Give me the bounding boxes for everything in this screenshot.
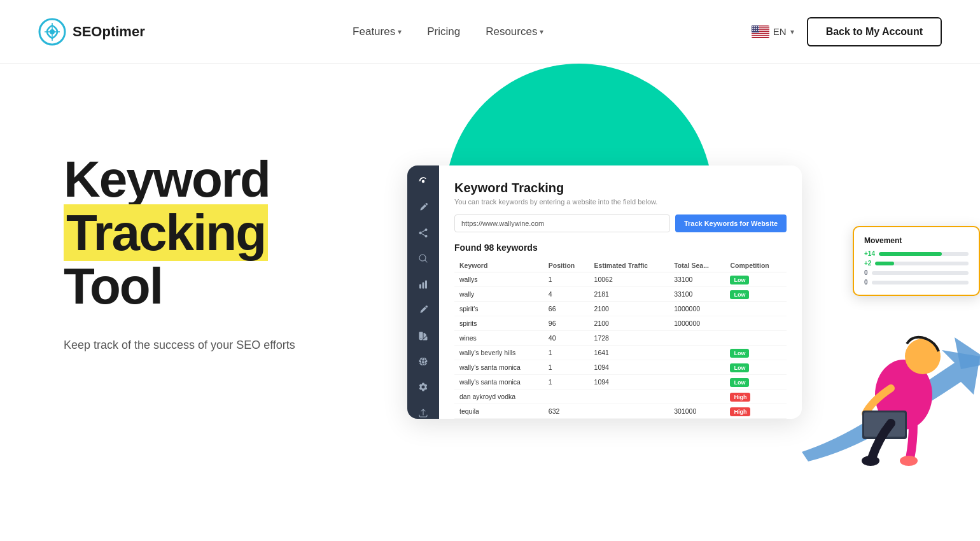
competition-badge: Low: [730, 363, 749, 372]
sidebar-chart-icon[interactable]: [417, 279, 430, 290]
svg-point-14: [752, 28, 753, 29]
back-to-account-button[interactable]: Back to My Account: [807, 17, 942, 46]
movement-value-1: +14: [864, 250, 875, 257]
sidebar-share-icon: [417, 227, 430, 239]
main-nav: Features ▾ Pricing Resources ▾: [353, 25, 543, 38]
hero-title-line2: Tracking: [64, 204, 268, 261]
movement-value-2: +2: [864, 260, 871, 267]
movement-value-4: 0: [864, 279, 868, 286]
svg-rect-8: [752, 36, 769, 37]
hero-text-block: Keyword Tracking Tool Keep track of the …: [64, 102, 395, 355]
col-position: Position: [543, 259, 589, 272]
dashboard-sidebar: [407, 165, 439, 419]
nav-pricing[interactable]: Pricing: [427, 25, 460, 38]
competition-badge: Low: [730, 378, 749, 387]
track-keywords-button[interactable]: Track Keywords for Website: [675, 214, 787, 232]
hero-subtitle: Keep track of the success of your SEO ef…: [64, 336, 395, 355]
col-traffic: Estimated Traffic: [589, 259, 669, 272]
nav-resources[interactable]: Resources ▾: [486, 25, 543, 38]
features-chevron-icon: ▾: [398, 27, 402, 36]
keywords-table: Keyword Position Estimated Traffic Total…: [454, 259, 787, 419]
sidebar-pen-icon[interactable]: [417, 304, 430, 316]
dashboard-input-row: Track Keywords for Website: [454, 214, 787, 232]
hero-title: Keyword Tracking Tool: [64, 153, 395, 313]
lang-label: EN: [773, 26, 787, 37]
table-row: spirit's 66 2100 1000000: [454, 302, 787, 316]
header-right: EN ▾ Back to My Account: [752, 17, 942, 46]
table-row: wines 40 1728: [454, 331, 787, 346]
seoptimer-logo-icon: [38, 18, 66, 46]
svg-rect-7: [752, 34, 769, 35]
svg-point-12: [756, 26, 757, 27]
character-illustration: [840, 306, 967, 484]
col-competition: Competition: [725, 259, 787, 272]
svg-point-18: [752, 30, 753, 31]
competition-badge: High: [730, 393, 750, 402]
table-row: tequila 632 301000 High: [454, 404, 787, 419]
svg-point-15: [754, 28, 755, 29]
svg-point-10: [752, 26, 753, 27]
sidebar-globe-icon[interactable]: [417, 356, 430, 367]
sidebar-text-icon[interactable]: [417, 330, 430, 341]
col-keyword: Keyword: [454, 259, 543, 272]
hero-title-line3: Tool: [64, 258, 162, 314]
col-total: Total Sea...: [669, 259, 725, 272]
svg-point-17: [758, 28, 759, 29]
competition-badge: Low: [730, 276, 749, 285]
svg-point-16: [756, 28, 757, 29]
resources-chevron-icon: ▾: [540, 27, 543, 36]
svg-point-13: [758, 26, 759, 27]
pricing-label: Pricing: [427, 25, 460, 38]
movement-value-3: 0: [864, 269, 868, 276]
sidebar-settings-icon: [417, 176, 430, 187]
resources-label: Resources: [486, 25, 537, 38]
logo-text: SEOptimer: [73, 24, 145, 40]
competition-badge: Low: [730, 349, 749, 358]
svg-point-21: [758, 30, 759, 31]
svg-point-11: [754, 26, 755, 27]
lang-chevron-icon: ▾: [790, 27, 794, 36]
features-label: Features: [353, 25, 395, 38]
svg-point-20: [756, 30, 757, 31]
header: SEOptimer Features ▾ Pricing Resources ▾: [0, 0, 980, 64]
table-row: spirits 96 2100 1000000: [454, 316, 787, 331]
table-row: wally's santa monica 1 1094 Low: [454, 360, 787, 375]
hero-visual: Keyword Tracking You can track keywords …: [395, 102, 929, 484]
dashboard-card: Keyword Tracking You can track keywords …: [407, 165, 802, 419]
movement-popup-title: Movement: [864, 236, 969, 245]
dashboard-content: Keyword Tracking You can track keywords …: [439, 165, 802, 419]
sidebar-cog-icon[interactable]: [417, 381, 430, 393]
table-row: dan aykroyd vodka High: [454, 390, 787, 404]
table-row: wally's santa monica 1 1094 Low: [454, 375, 787, 390]
sidebar-edit-icon: [417, 201, 430, 213]
svg-point-19: [754, 30, 755, 31]
svg-point-28: [900, 456, 918, 466]
found-keywords-count: Found 98 keywords: [454, 242, 787, 253]
competition-badge: High: [730, 407, 750, 416]
table-row: wally 4 2181 33100 Low: [454, 287, 787, 302]
language-selector[interactable]: EN ▾: [752, 25, 794, 38]
website-input[interactable]: [454, 214, 670, 232]
svg-point-27: [862, 456, 879, 466]
table-row: wallys 1 10062 33100 Low: [454, 272, 787, 287]
sidebar-search-icon[interactable]: [417, 253, 430, 264]
dashboard-subtitle: You can track keywords by entering a web…: [454, 198, 787, 206]
logo[interactable]: SEOptimer: [38, 18, 145, 46]
sidebar-upload-icon[interactable]: [417, 407, 430, 419]
hero-title-line1: Keyword: [64, 151, 270, 207]
flag-us-icon: [752, 25, 769, 38]
nav-features[interactable]: Features ▾: [353, 25, 402, 38]
movement-popup: Movement +14 +2 0: [853, 226, 980, 296]
dashboard-title: Keyword Tracking: [454, 181, 787, 195]
hero-section: Keyword Tracking Tool Keep track of the …: [0, 64, 980, 541]
table-row: wally's beverly hills 1 1641 Low: [454, 346, 787, 360]
competition-badge: Low: [730, 290, 749, 299]
